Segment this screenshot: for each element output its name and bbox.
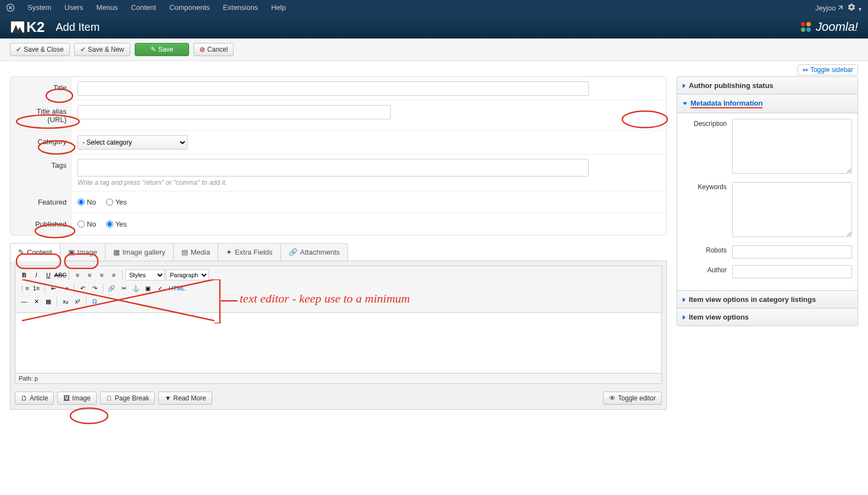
top-nav-left: System Users Menus Content Components Ex… [5, 0, 292, 15]
align-justify-button[interactable]: ≡ [108, 270, 119, 280]
superscript-button[interactable]: x² [72, 296, 83, 307]
remove-format-button[interactable]: ✕ [31, 296, 42, 307]
styles-select[interactable]: Styles [125, 270, 165, 280]
item-form: Title Title alias (URL) Category - Selec… [10, 76, 667, 235]
nav-help[interactable]: Help [264, 0, 292, 15]
settings-menu[interactable]: ▼ [848, 3, 863, 13]
alias-input[interactable] [78, 105, 391, 119]
acc-metadata[interactable]: Metadata Information [677, 95, 858, 113]
nav-content[interactable]: Content [124, 0, 163, 15]
meta-description-label: Description [683, 119, 727, 175]
toggle-editor-button[interactable]: 👁Toggle editor [603, 392, 662, 405]
insert-article-button[interactable]: 🗋Article [15, 392, 54, 405]
tab-media[interactable]: ▤Media [173, 243, 218, 261]
tags-input[interactable] [79, 161, 587, 175]
caret-right-icon [683, 84, 685, 88]
page-title: Add Item [56, 21, 99, 34]
featured-label: Featured [10, 191, 72, 213]
tab-image[interactable]: ▣Image [60, 243, 106, 261]
align-right-button[interactable]: ≡ [96, 270, 107, 280]
svg-point-3 [801, 28, 805, 32]
k2-logo-icon [10, 20, 25, 34]
html-button[interactable]: HTML [167, 283, 187, 294]
tab-gallery[interactable]: ▦Image gallery [105, 243, 174, 261]
nav-extensions[interactable]: Extensions [217, 0, 265, 15]
category-select[interactable]: - Select category [78, 135, 187, 150]
attachment-icon: 🔗 [289, 248, 297, 256]
italic-button[interactable]: I [31, 270, 42, 280]
joomla-icon[interactable] [5, 3, 15, 13]
link-button[interactable]: 🔗 [106, 283, 117, 294]
meta-keywords-label: Keywords [683, 182, 727, 239]
hr-button[interactable]: — [19, 296, 30, 307]
picture-icon: 🖼 [63, 394, 70, 402]
sidebar-accordion: Author publishing status Metadata Inform… [677, 76, 858, 326]
published-no-radio[interactable] [78, 221, 85, 228]
undo-button[interactable]: ↶ [77, 283, 88, 294]
nav-system[interactable]: System [21, 0, 58, 15]
external-link-icon [838, 5, 843, 10]
collapse-icon: ⇔ [803, 66, 808, 74]
acc-item-view[interactable]: Item view options [677, 309, 858, 326]
anchor-button[interactable]: ⚓ [130, 283, 141, 294]
align-left-button[interactable]: ≡ [72, 270, 83, 280]
toggle-sidebar-button[interactable]: ⇔ Toggle sidebar [798, 64, 858, 75]
header-bar: K2 Add Item Joomla! [0, 15, 868, 38]
gallery-icon: ▦ [113, 248, 120, 256]
tags-label: Tags [10, 155, 72, 191]
eye-icon: 👁 [609, 394, 616, 402]
fields-icon: ✦ [226, 248, 232, 256]
subscript-button[interactable]: x₂ [60, 296, 71, 307]
tab-attachments[interactable]: 🔗Attachments [280, 243, 348, 261]
number-list-button[interactable]: 1≡ [31, 283, 42, 294]
special-char-button[interactable]: Ω [89, 296, 100, 307]
bold-button[interactable]: B [19, 270, 30, 280]
gear-icon [848, 3, 855, 11]
user-menu[interactable]: Jeyjoo [815, 4, 844, 12]
insert-image-button[interactable]: 🖼Image [57, 392, 96, 405]
acc-author-status[interactable]: Author publishing status [677, 77, 858, 95]
table-button[interactable]: ▦ [43, 296, 54, 307]
editor-panel: B I U ABC ≡ ≡ ≡ ≡ Styles Paragraph ⋮≡ 1≡ [10, 261, 667, 410]
k2-logo: K2 [10, 19, 45, 36]
save-new-button[interactable]: ✔Save & New [74, 43, 130, 56]
nav-components[interactable]: Components [163, 0, 217, 15]
cancel-button[interactable]: ⊘Cancel [193, 43, 234, 56]
meta-author-label: Author [683, 265, 727, 278]
paragraph-select[interactable]: Paragraph [166, 270, 209, 280]
svg-point-2 [806, 22, 811, 26]
underline-button[interactable]: U [43, 270, 54, 280]
readmore-button[interactable]: ▼Read More [158, 392, 212, 405]
meta-robots-input[interactable] [732, 245, 852, 258]
redo-button[interactable]: ↷ [89, 283, 100, 294]
cleanup-button[interactable]: ✓ [154, 283, 165, 294]
caret-right-icon [683, 315, 685, 320]
featured-no-radio[interactable] [78, 199, 85, 206]
featured-yes-radio[interactable] [106, 199, 113, 206]
pagebreak-button[interactable]: 🗋Page Break [100, 392, 156, 405]
tab-extra[interactable]: ✦Extra Fields [218, 243, 281, 261]
tab-content[interactable]: ✎Content [10, 243, 60, 261]
meta-description-input[interactable] [732, 119, 852, 174]
category-label: Category [10, 131, 72, 154]
save-button[interactable]: ✎Save [135, 43, 189, 56]
unlink-button[interactable]: ✂ [118, 283, 129, 294]
image-button[interactable]: ▣ [142, 283, 153, 294]
file-icon: 🗋 [21, 394, 27, 402]
acc-item-view-cat[interactable]: Item view options in category listings [677, 291, 858, 309]
published-yes-radio[interactable] [106, 221, 113, 228]
title-input[interactable] [78, 81, 589, 96]
nav-users[interactable]: Users [58, 0, 90, 15]
editor-content-area[interactable] [15, 313, 662, 373]
meta-keywords-input[interactable] [732, 182, 852, 237]
nav-menus[interactable]: Menus [90, 0, 124, 15]
align-center-button[interactable]: ≡ [84, 270, 95, 280]
bullet-list-button[interactable]: ⋮≡ [19, 283, 30, 294]
outdent-button[interactable]: ⇤ [48, 283, 59, 294]
strike-button[interactable]: ABC [55, 270, 66, 280]
meta-author-input[interactable] [732, 265, 852, 278]
alias-label: Title alias (URL) [10, 101, 72, 130]
save-close-button[interactable]: ✔Save & Close [10, 43, 70, 56]
indent-button[interactable]: ⇥ [60, 283, 71, 294]
media-icon: ▤ [181, 248, 188, 256]
